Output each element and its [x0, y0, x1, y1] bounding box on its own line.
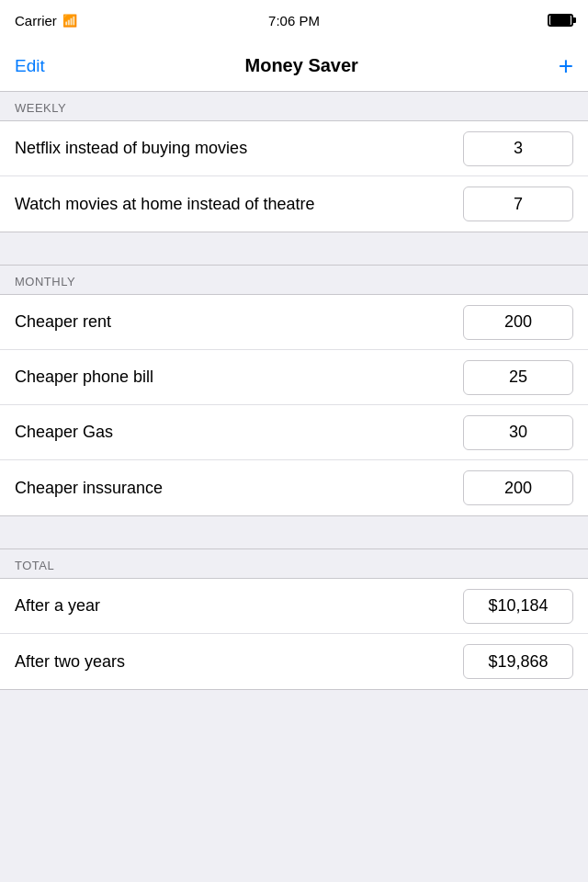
status-bar-right: [481, 14, 573, 27]
row-value-box[interactable]: $19,868: [463, 644, 573, 679]
table-section-monthly: Cheaper rent200Cheaper phone bill25Cheap…: [0, 295, 588, 516]
section-header-monthly: MONTHLY: [0, 266, 588, 295]
section-header-weekly: WEEKLY: [0, 92, 588, 121]
row-label: After a year: [15, 596, 463, 616]
edit-button[interactable]: Edit: [15, 56, 45, 76]
row-value-box[interactable]: $10,184: [463, 589, 573, 624]
section-gap: [0, 516, 588, 549]
section-gap: [0, 232, 588, 266]
table-row: Cheaper inssurance200: [0, 460, 588, 515]
table-row: Netflix instead of buying movies3: [0, 121, 588, 176]
table-row: Cheaper Gas30: [0, 405, 588, 460]
table-section-total: After a year$10,184After two years$19,86…: [0, 579, 588, 690]
row-value-box[interactable]: 30: [463, 415, 573, 450]
row-value-box[interactable]: 200: [463, 470, 573, 505]
status-bar-time: 7:06 PM: [268, 13, 320, 28]
section-header-total: TOTAL: [0, 549, 588, 579]
row-label: Cheaper phone bill: [15, 368, 463, 387]
nav-bar: Edit Money Saver +: [0, 40, 588, 92]
add-button[interactable]: +: [559, 53, 573, 79]
carrier-label: Carrier: [15, 13, 57, 28]
row-value-box[interactable]: 25: [463, 360, 573, 395]
row-value-box[interactable]: 7: [463, 187, 573, 221]
wifi-icon: 📶: [62, 14, 77, 28]
content: WEEKLYNetflix instead of buying movies3W…: [0, 92, 588, 690]
status-bar: Carrier 📶 7:06 PM: [0, 0, 588, 40]
row-label: Netflix instead of buying movies: [15, 139, 463, 158]
table-row: After two years$19,868: [0, 634, 588, 689]
table-section-weekly: Netflix instead of buying movies3Watch m…: [0, 121, 588, 232]
row-label: After two years: [15, 652, 463, 672]
row-label: Cheaper inssurance: [15, 479, 463, 498]
page-bottom: [0, 690, 588, 727]
row-value-box[interactable]: 200: [463, 305, 573, 340]
table-row: Cheaper rent200: [0, 295, 588, 350]
row-label: Cheaper Gas: [15, 423, 463, 442]
table-row: Cheaper phone bill25: [0, 350, 588, 405]
battery-icon: [548, 14, 573, 27]
table-row: Watch movies at home instead of theatre7: [0, 176, 588, 232]
status-bar-left: Carrier 📶: [15, 13, 107, 28]
row-label: Watch movies at home instead of theatre: [15, 195, 463, 214]
battery-fill: [550, 16, 571, 25]
table-row: After a year$10,184: [0, 579, 588, 634]
row-label: Cheaper rent: [15, 312, 463, 332]
nav-title: Money Saver: [245, 55, 358, 76]
row-value-box[interactable]: 3: [463, 131, 573, 166]
